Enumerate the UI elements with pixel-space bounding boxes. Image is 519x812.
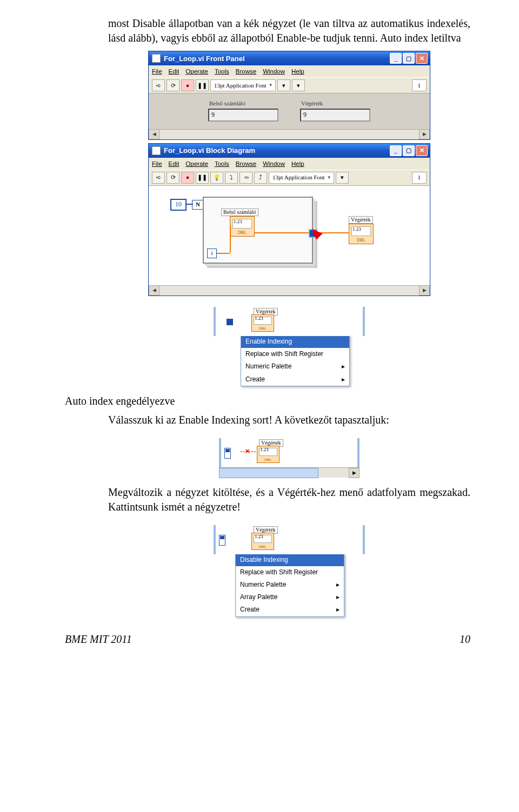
context-menu[interactable]: Disable Indexing Replace with Shift Regi… [235,553,344,617]
align-button[interactable]: ▾ [277,79,290,91]
run-cont-button[interactable]: ⟳ [167,172,179,184]
context-menu[interactable]: Enable Indexing Replace with Shift Regis… [241,335,350,386]
toolbar: ➪ ⟳ ● ❚❚ 💡 ⤵ ⤼ ⤴ 13pt Application Font ▾… [149,170,430,186]
titlebar[interactable]: For_Loop.vi Block Diagram _ ▢ ✕ [149,144,430,158]
menu-window[interactable]: Window [263,66,285,76]
menu-bar[interactable]: File Edit Operate Tools Browse Window He… [149,65,430,78]
minimize-button[interactable]: _ [390,53,402,64]
loop-count-constant[interactable]: 10 [170,199,187,211]
vi-icon[interactable]: 1 [412,172,427,184]
diagram-snippet: Végérték 1.23 [214,307,365,336]
horizontal-scrollbar[interactable]: ◀ ▶ [149,285,430,296]
footer-page-number: 10 [460,633,470,646]
run-button[interactable]: ➪ [152,172,165,184]
block-diagram-canvas[interactable]: 10 N Belső számláló 1.23 Végérték 1.23 i [149,186,430,285]
menu-item-numeric-palette[interactable]: Numeric Palette [241,360,349,373]
minimize-button[interactable]: _ [390,145,402,156]
loop-tunnel-indexed[interactable] [219,535,225,546]
broken-wire: ✕ [241,451,256,452]
run-cont-button[interactable]: ⟳ [167,79,179,91]
i-terminal[interactable]: i [207,249,217,258]
field-label: Belső számláló [208,100,278,108]
scroll-right-icon[interactable]: ▶ [419,285,430,296]
font-selector[interactable]: 13pt Application Font [269,172,334,184]
distribute-button[interactable]: ▾ [292,79,305,91]
indicator-label: Végérték [349,216,373,224]
paragraph-change: Megváltozik a négyzet kitöltése, és a Vé… [108,485,470,514]
abort-button[interactable]: ● [181,79,194,91]
terminal-value: 1.23 [260,447,269,452]
menu-item-create[interactable]: Create [241,373,349,386]
menu-tools[interactable]: Tools [215,159,229,169]
align-button[interactable]: ▾ [336,172,349,184]
menu-file[interactable]: File [152,159,162,169]
menu-item-enable-indexing[interactable]: Enable Indexing [241,335,349,348]
loop-tunnel-indexed[interactable] [224,448,231,459]
pause-button[interactable]: ❚❚ [196,172,209,184]
diagram-snippet: ✕ Végérték 1.23 [219,438,360,467]
wire [230,226,231,253]
menu-browse[interactable]: Browse [236,159,256,169]
menu-item-disable-indexing[interactable]: Disable Indexing [236,554,344,566]
n-terminal[interactable]: N [192,200,204,210]
menu-item-array-palette[interactable]: Array Palette [236,591,344,603]
highlight-button[interactable]: 💡 [210,172,223,184]
menu-browse[interactable]: Browse [236,66,256,76]
step-into-button[interactable]: ⤵ [225,172,238,184]
front-panel-window: For_Loop.vi Front Panel _ ▢ ✕ File Edit … [148,51,430,140]
menu-file[interactable]: File [152,66,162,76]
run-button[interactable]: ➪ [152,79,165,91]
horizontal-scrollbar[interactable]: ▶ [219,467,360,478]
maximize-button[interactable]: ▢ [403,145,415,156]
menu-window[interactable]: Window [263,159,285,169]
pause-button[interactable]: ❚❚ [196,79,209,91]
scrollbar-thumb[interactable] [219,468,318,478]
scroll-left-icon[interactable]: ◀ [149,285,159,296]
labview-icon [152,146,161,155]
belso-szamlalo-terminal[interactable]: 1.23 [230,216,255,237]
field-value: 9 [208,109,278,122]
step-out-button[interactable]: ⤴ [254,172,267,184]
footer-left: BME MIT 2011 [65,633,132,646]
terminal-value: 1.23 [255,316,263,321]
field-label: Végérték [300,100,370,108]
broken-wire-icon: ✕ [245,448,250,454]
indicator-label: Belső számláló [221,209,258,216]
menu-help[interactable]: Help [291,66,304,76]
menu-operate[interactable]: Operate [185,159,208,169]
front-panel-canvas[interactable]: Belső számláló 9 Végérték 9 [149,93,430,129]
scroll-left-icon[interactable]: ◀ [149,129,159,139]
labview-icon [152,54,161,63]
menu-bar[interactable]: File Edit Operate Tools Browse Window He… [149,158,430,170]
step-over-button[interactable]: ⤼ [239,172,252,184]
close-button[interactable]: ✕ [416,53,428,64]
wire [255,232,310,233]
menu-edit[interactable]: Edit [169,66,179,76]
paragraph-select-enable: Válasszuk ki az Enable Indexing sort! A … [108,413,470,427]
horizontal-scrollbar[interactable]: ◀ ▶ [149,129,430,139]
abort-button[interactable]: ● [181,172,194,184]
menu-operate[interactable]: Operate [185,66,208,76]
vegertek-terminal[interactable]: 1.23 [349,224,374,244]
menu-item-replace-shift-register[interactable]: Replace with Shift Register [241,348,349,360]
close-button[interactable]: ✕ [416,145,428,156]
maximize-button[interactable]: ▢ [403,53,415,64]
menu-tools[interactable]: Tools [215,66,229,76]
diagram-snippet-broken: ✕ Végérték 1.23 ▶ [219,438,360,478]
menu-help[interactable]: Help [291,159,304,169]
vi-icon[interactable]: 1 [412,79,427,91]
loop-tunnel[interactable] [227,319,233,325]
titlebar[interactable]: For_Loop.vi Front Panel _ ▢ ✕ [149,51,430,65]
wire [185,204,193,205]
diagram-snippet: Végérték 1.23 [214,525,365,554]
menu-item-create[interactable]: Create [236,603,344,616]
menu-item-replace-shift-register[interactable]: Replace with Shift Register [236,566,344,579]
menu-edit[interactable]: Edit [169,159,179,169]
menu-item-numeric-palette[interactable]: Numeric Palette [236,579,344,591]
toolbar: ➪ ⟳ ● ❚❚ 13pt Application Font ▾ ▾ 1 [149,78,430,93]
font-selector[interactable]: 13pt Application Font [210,79,276,91]
wire [217,253,230,254]
belso-szamlalo-indicator: Belső számláló 9 [208,100,278,121]
scroll-right-icon[interactable]: ▶ [419,129,430,139]
scroll-right-icon[interactable]: ▶ [349,468,360,478]
